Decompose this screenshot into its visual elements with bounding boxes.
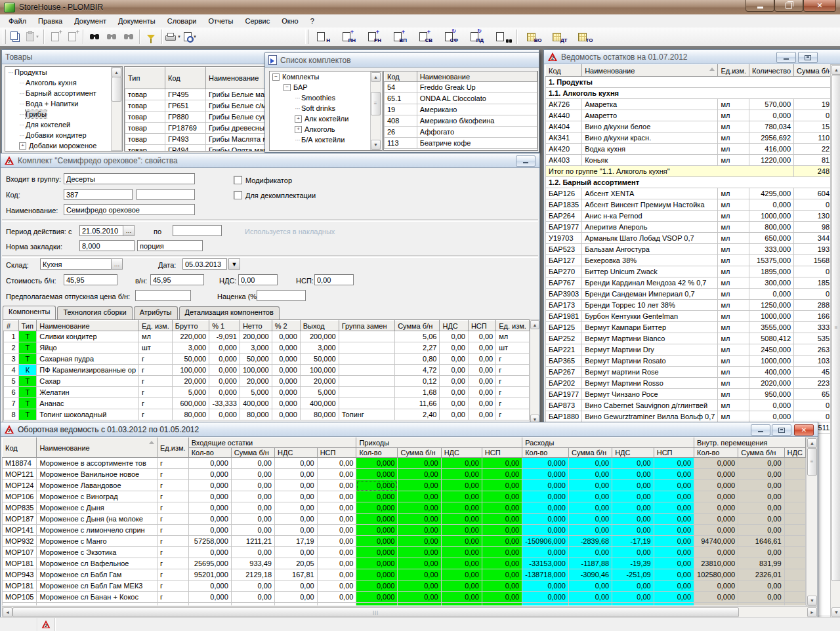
cell[interactable]: 5,000 bbox=[240, 387, 272, 398]
cell[interactable]: Мороженое с Экзотика bbox=[37, 547, 158, 558]
cell[interactable]: Бехеровка 38% bbox=[582, 255, 718, 266]
tree-item-Добавки мороженое[interactable]: +Добавки мороженое bbox=[5, 140, 122, 151]
cell[interactable]: -33,333 bbox=[209, 398, 240, 409]
cell[interactable]: 1646,61 bbox=[738, 536, 784, 547]
table-row[interactable]: 26Аффогато bbox=[385, 127, 537, 138]
cell[interactable]: 1000,000 bbox=[749, 356, 794, 367]
cell[interactable]: МОР181 bbox=[3, 580, 37, 592]
cell[interactable]: 0,00 bbox=[231, 458, 274, 469]
cell[interactable]: 0,00 bbox=[231, 469, 274, 480]
cell[interactable] bbox=[784, 580, 805, 592]
find-clear-button[interactable] bbox=[120, 28, 137, 45]
tree-expander[interactable]: + bbox=[19, 142, 26, 150]
cell[interactable]: мл bbox=[718, 356, 749, 367]
cell[interactable]: г bbox=[139, 376, 173, 387]
cell[interactable]: 2129,18 bbox=[231, 569, 274, 580]
cell[interactable]: товар bbox=[125, 134, 165, 145]
cell[interactable]: 0,00 bbox=[317, 514, 356, 525]
cell[interactable]: 3 bbox=[4, 354, 19, 365]
column-header[interactable]: Наименование bbox=[37, 438, 158, 458]
cell[interactable]: 3,000 bbox=[172, 342, 209, 354]
cell[interactable]: мл bbox=[718, 344, 749, 356]
cell[interactable]: 130, bbox=[794, 211, 830, 222]
cell[interactable]: 166, bbox=[794, 311, 830, 322]
cell[interactable]: 0,00 bbox=[275, 580, 318, 592]
cell[interactable]: 0,00 bbox=[441, 547, 482, 558]
cell[interactable]: 2020,000 bbox=[749, 378, 794, 389]
cell[interactable]: 0,00 bbox=[738, 458, 784, 469]
cell[interactable]: МОР121 bbox=[3, 469, 37, 480]
turnover-row[interactable]: МОР106 Мороженое с Виноград г 0,0000,000… bbox=[3, 491, 806, 502]
cell[interactable]: 1000,000 bbox=[749, 211, 794, 222]
cell[interactable]: МОР187 bbox=[3, 514, 37, 525]
balance-item-row[interactable]: БАР1835Абсент Винсент Премиум Настойка м… bbox=[546, 199, 831, 211]
cell[interactable]: АК726 bbox=[546, 99, 582, 110]
new-doc-button-СФ[interactable]: ↻ СФ bbox=[438, 28, 463, 45]
cell[interactable]: Желатин bbox=[37, 387, 139, 398]
cell[interactable]: -58,23 bbox=[612, 603, 654, 606]
cell[interactable]: 0,00 bbox=[317, 569, 356, 580]
cell[interactable]: 400,000 bbox=[300, 398, 339, 409]
cell[interactable]: 0,000 bbox=[522, 491, 569, 502]
cell[interactable]: М18874 bbox=[3, 458, 37, 469]
cell[interactable]: 0,00 bbox=[738, 480, 784, 491]
menu-Файл[interactable]: Файл bbox=[3, 16, 32, 26]
cell[interactable]: Анис н-ка Pernod bbox=[582, 211, 718, 222]
doc-find-button[interactable] bbox=[489, 28, 514, 45]
cell[interactable]: 1568, bbox=[794, 255, 830, 266]
close-button[interactable]: ✕ bbox=[803, 0, 836, 12]
column-header[interactable]: % 2 bbox=[272, 321, 300, 331]
cell[interactable]: 0,00 bbox=[441, 569, 482, 580]
cell[interactable]: 0,00 bbox=[482, 536, 522, 547]
cell[interactable]: 0,80 bbox=[395, 354, 440, 365]
cell[interactable]: 0,00 bbox=[654, 491, 694, 502]
balance-item-row[interactable]: АК420Водка кухня мл416,000 22, bbox=[546, 144, 831, 155]
cell[interactable]: 8 bbox=[4, 409, 19, 420]
cell[interactable]: 950,000 bbox=[749, 389, 794, 400]
cell[interactable] bbox=[339, 365, 394, 376]
cell[interactable]: 416,000 bbox=[749, 144, 794, 155]
cell[interactable]: 0,00 bbox=[482, 547, 522, 558]
cell[interactable]: 0,000 bbox=[694, 592, 738, 603]
cell[interactable]: 0,000 bbox=[749, 411, 794, 422]
cell[interactable]: 4295,000 bbox=[749, 188, 794, 199]
menu-Документ[interactable]: Документ bbox=[68, 16, 112, 26]
cell[interactable]: 0,00 bbox=[654, 558, 694, 569]
cost-field[interactable] bbox=[64, 274, 117, 285]
cell[interactable]: 0,000 bbox=[188, 458, 231, 469]
cell[interactable]: 50,000 bbox=[300, 354, 339, 365]
cell[interactable]: 0,00 bbox=[440, 365, 468, 376]
cell[interactable]: 0,00 bbox=[317, 491, 356, 502]
cell[interactable]: 0,00 bbox=[654, 569, 694, 580]
find-next-button[interactable] bbox=[103, 28, 120, 45]
cell[interactable]: 0,00 bbox=[482, 580, 522, 592]
tree-item-Smoothies[interactable]: ···Smoothies bbox=[270, 92, 382, 103]
cell[interactable]: 0,00 bbox=[398, 502, 441, 514]
cell[interactable]: г bbox=[496, 398, 530, 409]
cell[interactable]: 185, bbox=[794, 277, 830, 289]
column-header[interactable]: % 1 bbox=[209, 321, 240, 331]
cell[interactable]: 0,00 bbox=[468, 387, 495, 398]
cell[interactable]: 0,00 bbox=[482, 525, 522, 536]
cell[interactable]: 400,000 bbox=[749, 367, 794, 378]
balance-item-row[interactable]: У19703Арманьяк Шато Лобад VSOP 0,7 мл650… bbox=[546, 233, 831, 244]
cell[interactable]: 0,00 bbox=[317, 502, 356, 514]
column-header[interactable]: НДС bbox=[441, 448, 482, 458]
cell[interactable]: Сахар bbox=[37, 376, 139, 387]
new-doc-button-ВП[interactable]: + ВП bbox=[387, 28, 412, 45]
new-doc-button-ПД[interactable]: ↻ ПД bbox=[463, 28, 489, 45]
cell[interactable]: 0,00 bbox=[612, 458, 654, 469]
cell[interactable]: 0,00 bbox=[231, 592, 274, 603]
name-field[interactable] bbox=[64, 204, 195, 215]
cell[interactable]: 15, bbox=[794, 121, 830, 132]
preview-button[interactable]: ▼ bbox=[182, 28, 199, 45]
component-row[interactable]: 7 Т Ананас г 600,000 -33,333 400,000 0,0… bbox=[4, 398, 530, 409]
cell[interactable]: БАР126 bbox=[546, 188, 582, 199]
cell[interactable]: мл bbox=[718, 244, 749, 255]
cell[interactable]: 200,000 bbox=[300, 331, 339, 342]
balance-item-row[interactable]: АК404Вино д/кухни белое мл780,034 15, bbox=[546, 121, 831, 132]
cell[interactable]: Арманьяк Шато Лобад VSOP 0,7 bbox=[582, 233, 718, 244]
cell[interactable]: МОР107 bbox=[3, 547, 37, 558]
cell[interactable] bbox=[339, 376, 394, 387]
cell[interactable]: 0,00 bbox=[275, 491, 318, 502]
